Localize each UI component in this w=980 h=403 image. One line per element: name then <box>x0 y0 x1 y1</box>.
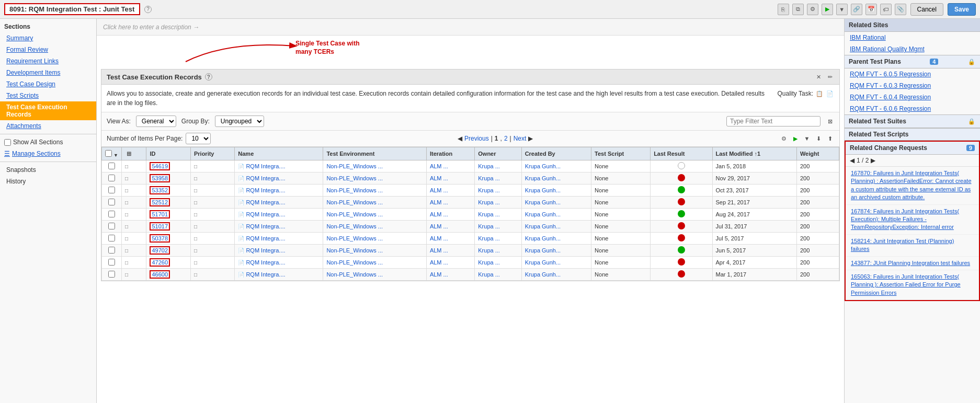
row-checkbox[interactable] <box>108 247 115 254</box>
row-iter-link[interactable]: ALM ... <box>430 187 448 193</box>
row-created-by-link[interactable]: Krupa Gunh... <box>525 211 561 217</box>
cancel-button[interactable]: Cancel <box>910 3 943 16</box>
row-env-link[interactable]: Non-PLE_Windows ... <box>326 163 383 169</box>
action-play-icon[interactable]: ▶ <box>791 134 800 143</box>
sidebar-item-attachments[interactable]: Attachments <box>0 120 96 132</box>
view-as-select[interactable]: General <box>136 116 176 127</box>
prev-link[interactable]: Previous <box>464 135 489 142</box>
row-name-link[interactable]: RQM Integra.... <box>246 199 285 205</box>
row-id-link[interactable]: 47260 <box>152 259 168 266</box>
col-iteration[interactable]: Iteration <box>426 147 474 160</box>
sidebar-item-development-items[interactable]: Development Items <box>0 67 96 78</box>
tcer-help-icon[interactable]: ? <box>205 73 212 80</box>
quality-task-icon2[interactable]: 📄 <box>826 89 834 98</box>
col-test-script[interactable]: Test Script <box>591 147 651 160</box>
row-checkbox[interactable] <box>108 187 115 193</box>
row-iter-link[interactable]: ALM ... <box>430 271 448 278</box>
sidebar-item-history[interactable]: History <box>0 176 96 187</box>
change-request-3[interactable]: 158214: Junit Integration Test (Planning… <box>846 235 979 257</box>
row-checkbox[interactable] <box>108 211 115 217</box>
row-owner-link[interactable]: Krupa ... <box>478 187 500 193</box>
row-checkbox[interactable] <box>108 199 115 205</box>
sidebar-item-tcer[interactable]: Test Case Execution Records <box>0 101 96 120</box>
next-link[interactable]: Next <box>514 135 527 142</box>
row-id-link[interactable]: 50378 <box>152 235 168 241</box>
col-test-env[interactable]: Test Environment <box>323 147 427 160</box>
col-owner[interactable]: Owner <box>475 147 521 160</box>
row-checkbox[interactable] <box>108 223 115 229</box>
row-iter-link[interactable]: ALM ... <box>430 235 448 241</box>
row-env-link[interactable]: Non-PLE_Windows ... <box>326 271 383 278</box>
row-created-by-link[interactable]: Krupa Gunh... <box>525 271 561 278</box>
row-env-link[interactable]: Non-PLE_Windows ... <box>326 235 383 241</box>
row-created-by-link[interactable]: Krupa Gunh... <box>525 223 561 229</box>
row-env-link[interactable]: Non-PLE_Windows ... <box>326 175 383 181</box>
duplicate-icon[interactable]: ⧉ <box>792 4 804 15</box>
filter-clear-icon[interactable]: ⊠ <box>826 117 834 125</box>
copy-icon[interactable]: ⎘ <box>778 4 789 15</box>
help-icon[interactable]: ? <box>144 6 152 13</box>
row-name-link[interactable]: RQM Integra.... <box>246 247 285 254</box>
row-id-link[interactable]: 54619 <box>152 163 168 169</box>
parent-plan-1[interactable]: RQM FVT - 6.0.5 Regression <box>845 68 980 80</box>
sidebar-item-requirement-links[interactable]: Requirement Links <box>0 55 96 67</box>
row-checkbox[interactable] <box>108 175 115 181</box>
row-owner-link[interactable]: Krupa ... <box>478 223 500 229</box>
play-icon[interactable]: ▶ <box>822 4 833 15</box>
row-id-link[interactable]: 49702 <box>152 247 168 254</box>
change-nav-prev-icon[interactable]: ◀ <box>850 157 854 164</box>
row-name-link[interactable]: RQM Integra.... <box>246 271 285 278</box>
change-request-5[interactable]: 165063: Failures in Junit Integration Te… <box>846 270 979 300</box>
action-dropdown-icon[interactable]: ▼ <box>803 134 811 143</box>
sidebar-item-formal-review[interactable]: Formal Review <box>0 44 96 55</box>
save-button[interactable]: Save <box>948 3 976 16</box>
row-name-link[interactable]: RQM Integra.... <box>246 175 285 181</box>
col-weight[interactable]: Weight <box>796 147 839 160</box>
row-name-link[interactable]: RQM Integra.... <box>246 211 285 217</box>
items-per-page-select[interactable]: 10 <box>186 133 211 144</box>
filter-input[interactable] <box>726 116 821 126</box>
row-checkbox[interactable] <box>108 259 115 266</box>
manage-sections-item[interactable]: ☰ Manage Sections <box>0 148 96 159</box>
action-export-icon[interactable]: ⬆ <box>826 134 834 143</box>
test-suites-add-icon[interactable]: 🔒 <box>967 117 976 125</box>
row-env-link[interactable]: Non-PLE_Windows ... <box>326 247 383 254</box>
col-last-result[interactable]: Last Result <box>651 147 712 160</box>
change-request-2[interactable]: 167874: Failures in Junit Integration Te… <box>846 205 979 235</box>
col-last-modified[interactable]: Last Modified ↑1 <box>712 147 796 160</box>
related-sites-item-1[interactable]: IBM Rational <box>845 32 980 43</box>
row-iter-link[interactable]: ALM ... <box>430 199 448 205</box>
change-request-1[interactable]: 167870: Failures in Junit Integration Te… <box>846 167 979 205</box>
parent-plan-3[interactable]: RQM FVT - 6.0.4 Regression <box>845 91 980 103</box>
change-nav-next-icon[interactable]: ▶ <box>871 157 875 164</box>
row-iter-link[interactable]: ALM ... <box>430 223 448 229</box>
action-import-icon[interactable]: ⬇ <box>814 134 823 143</box>
row-iter-link[interactable]: ALM ... <box>430 259 448 266</box>
row-env-link[interactable]: Non-PLE_Windows ... <box>326 223 383 229</box>
row-owner-link[interactable]: Krupa ... <box>478 211 500 217</box>
row-created-by-link[interactable]: Krupa Gunh... <box>525 187 561 193</box>
show-all-sections-item[interactable]: Show All Sections <box>0 136 96 148</box>
parent-plans-add-icon[interactable]: 🔒 <box>967 57 976 66</box>
row-owner-link[interactable]: Krupa ... <box>478 271 500 278</box>
row-iter-link[interactable]: ALM ... <box>430 163 448 169</box>
row-created-by-link[interactable]: Krupa Gunh... <box>525 259 561 266</box>
row-name-link[interactable]: RQM Integra.... <box>246 163 285 169</box>
row-env-link[interactable]: Non-PLE_Windows ... <box>326 211 383 217</box>
row-name-link[interactable]: RQM Integra.... <box>246 187 285 193</box>
select-all-checkbox[interactable] <box>105 150 112 157</box>
col-priority[interactable]: Priority <box>190 147 234 160</box>
attachment-icon[interactable]: 📎 <box>895 4 906 15</box>
group-by-select[interactable]: Ungrouped <box>215 116 264 127</box>
row-id-link[interactable]: 53958 <box>152 175 168 181</box>
sidebar-item-test-scripts[interactable]: Test Scripts <box>0 90 96 101</box>
row-iter-link[interactable]: ALM ... <box>430 211 448 217</box>
col-dropdown-icon[interactable]: ▼ <box>113 153 118 158</box>
row-env-link[interactable]: Non-PLE_Windows ... <box>326 259 383 266</box>
row-iter-link[interactable]: ALM ... <box>430 247 448 254</box>
row-created-by-link[interactable]: Krupa Gunh... <box>525 235 561 241</box>
sidebar-item-summary[interactable]: Summary <box>0 32 96 44</box>
col-created-by[interactable]: Created By <box>521 147 591 160</box>
related-sites-item-2[interactable]: IBM Rational Quality Mgmt <box>845 43 980 55</box>
page-1-link[interactable]: 1 <box>495 135 498 142</box>
